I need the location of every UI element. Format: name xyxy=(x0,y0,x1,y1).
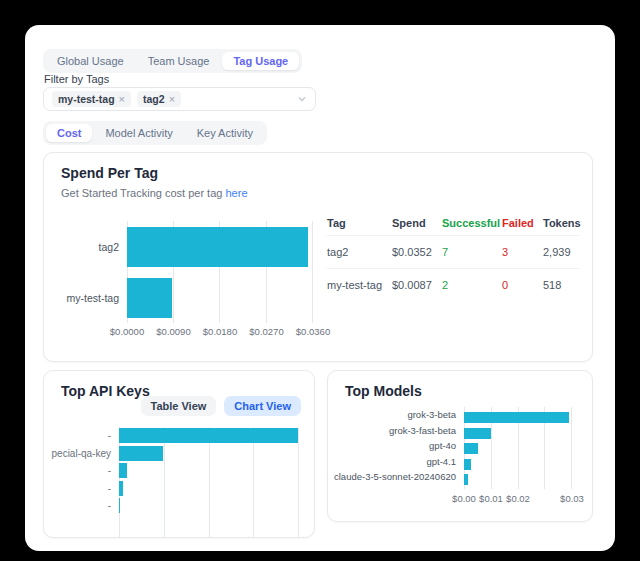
tag-chip-tag2[interactable]: tag2 × xyxy=(137,91,181,107)
chevron-down-icon[interactable] xyxy=(297,94,307,104)
cell-tag: my-test-tag xyxy=(327,279,392,291)
bar-category-label: - xyxy=(44,427,119,445)
x-tick: $0.0000 xyxy=(110,326,144,337)
bar-row xyxy=(464,441,571,457)
bar-row xyxy=(127,221,312,272)
spend-card-title: Spend Per Tag xyxy=(61,165,158,181)
usage-tabs: Global Usage Team Usage Tag Usage xyxy=(43,49,302,73)
bar-category-label: gpt-4o xyxy=(328,438,464,454)
table-header-row: Tag Spend Successful Failed Tokens xyxy=(327,211,579,235)
usage-dashboard-panel: Global Usage Team Usage Tag Usage Filter… xyxy=(25,25,615,551)
api-keys-card-title: Top API Keys xyxy=(61,383,150,399)
x-tick: $0.03 xyxy=(560,493,584,504)
tab-global-usage[interactable]: Global Usage xyxy=(46,52,135,70)
cell-successful: 2 xyxy=(442,279,502,291)
x-tick: $0.01 xyxy=(479,493,503,504)
x-tick: $0.0360 xyxy=(296,326,330,337)
y-axis-labels: grok-3-betagrok-3-fast-betagpt-4ogpt-4.1… xyxy=(328,407,464,489)
col-header-successful: Successful xyxy=(442,217,502,229)
bar-row xyxy=(464,472,571,488)
cell-spend: $0.0352 xyxy=(392,246,442,258)
tab-key-activity[interactable]: Key Activity xyxy=(186,124,264,142)
bar xyxy=(464,412,569,423)
subtitle-text: Get Started Tracking cost per tag xyxy=(61,187,222,199)
y-axis-labels: tag2my-test-tag xyxy=(44,221,127,323)
bar xyxy=(464,459,471,470)
spend-card-subtitle: Get Started Tracking cost per tag here xyxy=(61,187,248,199)
bar-row xyxy=(464,457,571,473)
chart-view-button[interactable]: Chart View xyxy=(224,396,301,416)
cell-tag: tag2 xyxy=(327,246,392,258)
tag-chip-label: my-test-tag xyxy=(58,93,115,105)
filter-by-tags-label: Filter by Tags xyxy=(44,73,109,85)
bar xyxy=(464,474,468,485)
bar-row xyxy=(119,427,298,445)
top-api-keys-chart: -pecial-qa-key--- xyxy=(44,427,299,538)
here-link[interactable]: here xyxy=(225,187,247,199)
x-tick: $0.0090 xyxy=(156,326,190,337)
top-api-keys-card: Top API Keys Table View Chart View -peci… xyxy=(43,370,315,538)
cell-tokens: 518 xyxy=(543,279,579,291)
bar xyxy=(119,481,123,496)
bar-category-label: my-test-tag xyxy=(44,272,127,323)
tab-model-activity[interactable]: Model Activity xyxy=(94,124,183,142)
table-row: my-test-tag $0.0087 2 0 518 xyxy=(327,268,579,301)
spend-per-tag-table: Tag Spend Successful Failed Tokens tag2 … xyxy=(327,211,579,301)
tab-cost[interactable]: Cost xyxy=(46,124,92,142)
bar xyxy=(127,227,308,267)
bar xyxy=(464,443,478,454)
col-header-tag: Tag xyxy=(327,217,392,229)
tab-team-usage[interactable]: Team Usage xyxy=(137,52,221,70)
remove-tag-icon[interactable]: × xyxy=(119,94,125,105)
table-row: tag2 $0.0352 7 3 2,939 xyxy=(327,235,579,268)
bar-category-label: gpt-4.1 xyxy=(328,454,464,470)
col-header-spend: Spend xyxy=(392,217,442,229)
col-header-tokens: Tokens xyxy=(543,217,581,229)
bar-row xyxy=(119,480,298,498)
x-tick: $0.00 xyxy=(452,493,476,504)
x-tick: $0.0180 xyxy=(203,326,237,337)
tag-chip-my-test-tag[interactable]: my-test-tag × xyxy=(52,91,131,107)
bar-category-label: tag2 xyxy=(44,221,127,272)
remove-tag-icon[interactable]: × xyxy=(169,94,175,105)
bar-row xyxy=(119,462,298,480)
bar-category-label: grok-3-beta xyxy=(328,407,464,423)
bar xyxy=(127,278,172,318)
bar-category-label: claude-3-5-sonnet-20240620 xyxy=(328,469,464,485)
tag-filter-select[interactable]: my-test-tag × tag2 × xyxy=(43,87,316,111)
spend-per-tag-chart: tag2my-test-tag xyxy=(44,221,313,323)
models-card-title: Top Models xyxy=(345,383,422,399)
y-axis-labels: -pecial-qa-key--- xyxy=(44,427,119,538)
cell-tokens: 2,939 xyxy=(543,246,579,258)
cell-successful: 7 xyxy=(442,246,502,258)
bar xyxy=(119,463,127,478)
cell-spend: $0.0087 xyxy=(392,279,442,291)
top-models-chart: grok-3-betagrok-3-fast-betagpt-4ogpt-4.1… xyxy=(328,407,572,489)
bar-row xyxy=(464,426,571,442)
bar xyxy=(119,446,163,461)
tab-tag-usage[interactable]: Tag Usage xyxy=(222,52,299,70)
cost-activity-tabs: Cost Model Activity Key Activity xyxy=(43,121,267,145)
chart-plot xyxy=(119,427,299,538)
col-header-failed: Failed xyxy=(502,217,543,229)
bar-row xyxy=(464,410,571,426)
bar-category-label: pecial-qa-key xyxy=(44,445,119,463)
table-view-button[interactable]: Table View xyxy=(141,396,217,416)
bar-category-label: - xyxy=(44,462,119,480)
spend-per-tag-card: Spend Per Tag Get Started Tracking cost … xyxy=(43,152,593,362)
bar-row xyxy=(127,272,312,323)
chart-plot xyxy=(464,407,572,489)
view-toggle: Table View Chart View xyxy=(141,396,302,416)
cell-failed: 0 xyxy=(502,279,543,291)
chart-plot xyxy=(127,221,313,323)
tag-chip-label: tag2 xyxy=(143,93,165,105)
bar xyxy=(464,428,491,439)
bar xyxy=(119,498,120,513)
bar-category-label: - xyxy=(44,480,119,498)
bar-row xyxy=(119,445,298,463)
bar-category-label: grok-3-fast-beta xyxy=(328,423,464,439)
bar xyxy=(119,428,298,443)
bar-category-label: - xyxy=(44,497,119,515)
cell-failed: 3 xyxy=(502,246,543,258)
top-models-card: Top Models grok-3-betagrok-3-fast-betagp… xyxy=(327,370,593,522)
